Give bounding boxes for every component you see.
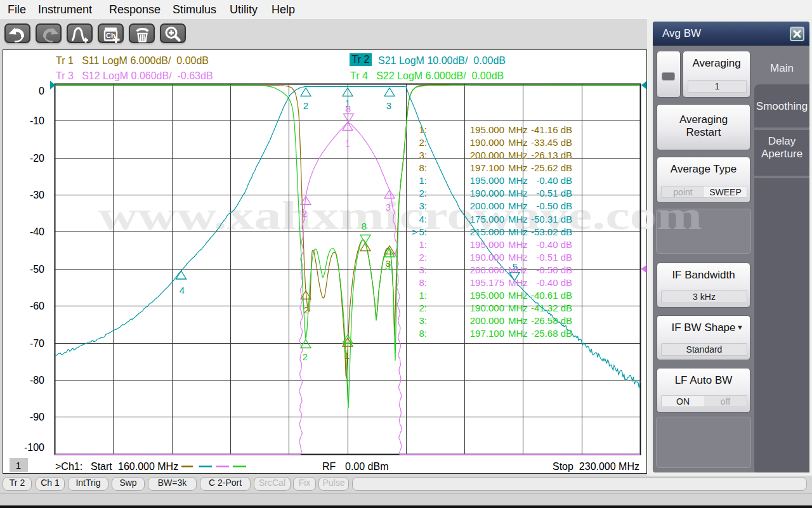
svg-text:MHz: MHz: [508, 252, 528, 263]
svg-text:2: 2: [304, 304, 309, 315]
svg-text:8: 8: [346, 103, 351, 114]
svg-text:MHz: MHz: [508, 137, 528, 148]
svg-text:1:: 1:: [419, 175, 427, 186]
svg-text:3:: 3:: [419, 315, 427, 326]
svg-text:2: 2: [303, 351, 308, 362]
svg-text:www.xahxmicrowave.com: www.xahxmicrowave.com: [648, 203, 702, 238]
svg-text:4:: 4:: [419, 214, 427, 225]
svg-text:MHz: MHz: [508, 124, 528, 135]
svg-text:-40.61 dB: -40.61 dB: [531, 290, 572, 301]
svg-text:MHz: MHz: [508, 214, 528, 225]
svg-text:230.000 MHz: 230.000 MHz: [579, 461, 639, 472]
svg-text:3: 3: [386, 100, 391, 111]
svg-text:-0.51 dB: -0.51 dB: [536, 252, 572, 263]
svg-text:5:: 5:: [419, 226, 427, 237]
svg-text:215.000: 215.000: [470, 226, 504, 237]
svg-text:8:: 8:: [419, 162, 427, 173]
svg-text:195.000: 195.000: [470, 124, 504, 135]
svg-text:-0.50 dB: -0.50 dB: [536, 200, 572, 211]
svg-text:Start: Start: [91, 461, 112, 472]
svg-text:-0.50 dB: -0.50 dB: [536, 264, 572, 275]
svg-text:-50.31 dB: -50.31 dB: [531, 214, 572, 225]
svg-text:MHz: MHz: [508, 277, 528, 288]
svg-text:-100: -100: [24, 442, 44, 453]
svg-text:0.00 dBm: 0.00 dBm: [345, 461, 388, 472]
svg-text:-20: -20: [30, 153, 44, 164]
svg-text:MHz: MHz: [508, 315, 528, 326]
svg-text:1:: 1:: [419, 239, 427, 250]
svg-text:190.000: 190.000: [470, 188, 504, 199]
svg-text:190.000: 190.000: [470, 303, 504, 313]
svg-text:-90: -90: [30, 412, 44, 422]
svg-text:www.xahxmicrowave.com: www.xahxmicrowave.com: [98, 193, 702, 238]
svg-text:-53.02 dB: -53.02 dB: [531, 226, 572, 237]
svg-text:MHz: MHz: [508, 150, 528, 160]
svg-text:>Ch1:: >Ch1:: [55, 461, 82, 472]
svg-text:-26.58 dB: -26.58 dB: [531, 315, 572, 326]
svg-text:-0.51 dB: -0.51 dB: [536, 188, 572, 199]
svg-text:2:: 2:: [419, 252, 427, 263]
svg-text:-50: -50: [30, 264, 44, 275]
svg-text:-41.32 dB: -41.32 dB: [531, 303, 572, 313]
svg-text:200.000: 200.000: [470, 150, 504, 160]
svg-text:3:: 3:: [419, 264, 427, 275]
svg-text:MHz: MHz: [508, 264, 528, 275]
svg-text:8:: 8:: [419, 277, 427, 288]
svg-text:-80: -80: [30, 375, 44, 386]
svg-text:MHz: MHz: [508, 188, 528, 199]
svg-text:3:: 3:: [419, 200, 427, 211]
svg-text:8: 8: [362, 221, 367, 231]
svg-text:190.000: 190.000: [470, 252, 504, 263]
svg-text:MHz: MHz: [508, 200, 528, 211]
svg-text:8:: 8:: [419, 328, 427, 339]
svg-text:1: 1: [345, 138, 350, 148]
svg-text:>: >: [412, 226, 417, 237]
svg-text:-30: -30: [30, 190, 44, 200]
svg-text:MHz: MHz: [508, 175, 528, 186]
svg-text:190.000: 190.000: [470, 137, 504, 148]
svg-text:200.000: 200.000: [470, 315, 504, 326]
svg-text:197.100: 197.100: [470, 328, 504, 339]
svg-text:-41.16 dB: -41.16 dB: [531, 124, 572, 135]
svg-text:2: 2: [302, 208, 307, 219]
svg-text:3: 3: [386, 202, 391, 212]
svg-text:-0.40 dB: -0.40 dB: [536, 277, 572, 288]
svg-text:-0.40 dB: -0.40 dB: [536, 239, 572, 250]
svg-text:MHz: MHz: [508, 226, 528, 237]
svg-text:4: 4: [180, 285, 185, 296]
svg-text:200.000: 200.000: [470, 200, 504, 211]
svg-text:195.000: 195.000: [470, 239, 504, 250]
svg-text:200.000: 200.000: [470, 264, 504, 275]
svg-text:2:: 2:: [419, 137, 427, 148]
svg-text:MHz: MHz: [508, 328, 528, 339]
svg-text:-60: -60: [30, 301, 44, 311]
svg-text:160.000 MHz: 160.000 MHz: [118, 461, 178, 472]
svg-text:-70: -70: [30, 338, 44, 349]
svg-text:2:: 2:: [419, 188, 427, 199]
svg-text:1: 1: [343, 348, 348, 358]
svg-text:2: 2: [303, 100, 308, 111]
svg-text:0: 0: [39, 86, 44, 96]
svg-text:RF: RF: [322, 461, 336, 472]
svg-text:3:: 3:: [419, 150, 427, 160]
svg-text:1: 1: [16, 460, 21, 471]
svg-text:-0.40 dB: -0.40 dB: [536, 175, 572, 186]
svg-text:MHz: MHz: [508, 239, 528, 250]
svg-text:-26.13 dB: -26.13 dB: [531, 150, 572, 160]
svg-text:-33.45 dB: -33.45 dB: [531, 137, 572, 148]
svg-text:-40: -40: [30, 226, 44, 237]
svg-text:175.000: 175.000: [470, 214, 504, 225]
svg-text:MHz: MHz: [508, 290, 528, 301]
svg-text:1:: 1:: [419, 290, 427, 301]
svg-text:MHz: MHz: [508, 303, 528, 313]
svg-text:3: 3: [385, 261, 390, 271]
svg-text:1:: 1:: [419, 124, 427, 135]
svg-text:-25.68 dB: -25.68 dB: [531, 328, 572, 339]
svg-text:195.000: 195.000: [470, 290, 504, 301]
svg-text:MHz: MHz: [508, 162, 528, 173]
svg-text:Stop: Stop: [553, 461, 573, 472]
svg-text:197.100: 197.100: [470, 162, 504, 173]
svg-text:-10: -10: [30, 115, 44, 126]
svg-text:195.175: 195.175: [470, 277, 504, 288]
svg-text:-25.62 dB: -25.62 dB: [531, 162, 572, 173]
